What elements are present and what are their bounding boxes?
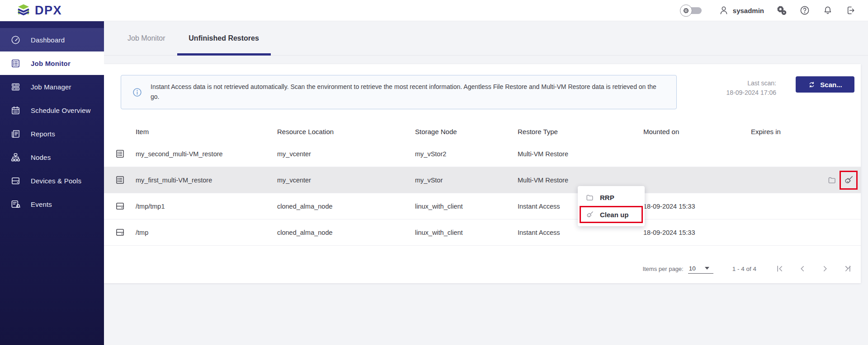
table-header: ItemResource LocationStorage NodeRestore… [104, 122, 861, 141]
sidebar: DashboardJob MonitorJob ManagerSchedule … [0, 21, 104, 345]
context-menu: RRPClean up [578, 186, 645, 226]
cell-mounted-on: 18-09-2024 15:33 [643, 229, 751, 236]
cell-resource-location: cloned_alma_node [277, 229, 415, 236]
sidebar-item-reports[interactable]: Reports [0, 122, 104, 145]
row-actions [827, 141, 861, 167]
cell-resource-location: cloned_alma_node [277, 203, 415, 210]
rrp-folder-icon[interactable] [827, 175, 836, 185]
context-menu-item-clean-up[interactable]: Clean up [580, 206, 643, 223]
topbar-actions: sysadmin [684, 5, 868, 16]
context-menu-item-rrp[interactable]: RRP [578, 189, 645, 206]
drive-icon [115, 227, 125, 238]
gauge-icon [10, 35, 21, 45]
user-menu[interactable]: sysadmin [718, 5, 764, 16]
cell-restore-type: Multi-VM Restore [518, 177, 643, 184]
scan-button-label: Scan... [820, 81, 842, 89]
scan-button[interactable]: Scan... [796, 76, 854, 93]
pager-buttons [775, 264, 852, 273]
refresh-icon [808, 81, 816, 89]
last-scan-label: Last scan: [726, 79, 776, 88]
cell-storage-node: my_vStor [415, 177, 518, 184]
context-menu-item-label: Clean up [600, 211, 628, 219]
pagination-range: 1 - 4 of 4 [732, 266, 756, 272]
job-manager-icon [10, 82, 21, 92]
annotation-box [840, 171, 858, 190]
unfinished-restores-panel: Instant Access data is not retrieved aut… [104, 64, 861, 283]
last-scan-value: 18-09-2024 17:06 [726, 88, 776, 98]
table-row[interactable]: /tmpcloned_alma_nodelinux_with_clientIns… [104, 219, 861, 246]
column-header-item: Item [136, 128, 277, 135]
drive-icon [10, 176, 21, 186]
cell-item: /tmp [136, 229, 277, 236]
next-page-button[interactable] [821, 264, 830, 273]
column-header-expires-in: Expires in [751, 128, 827, 135]
column-header-mounted-on: Mounted on [643, 128, 751, 135]
row-actions [827, 219, 861, 245]
help-icon[interactable] [799, 5, 810, 16]
items-per-page: Items per page: 10 [642, 264, 713, 274]
settings-toggle[interactable] [684, 7, 702, 14]
items-per-page-label: Items per page: [642, 266, 683, 272]
context-menu-item-label: RRP [600, 194, 614, 201]
cell-resource-location: my_vcenter [277, 177, 415, 184]
items-per-page-select[interactable]: 10 [688, 264, 713, 274]
sidebar-item-nodes[interactable]: Nodes [0, 145, 104, 169]
column-header-resource-location: Resource Location [277, 128, 415, 135]
last-page-button[interactable] [843, 264, 852, 273]
tab-job-monitor[interactable]: Job Monitor [127, 21, 166, 55]
admin-gears-icon[interactable] [776, 5, 787, 16]
sidebar-item-dashboard[interactable]: Dashboard [0, 28, 104, 51]
multi-vm-icon [115, 149, 125, 159]
sidebar-item-job-manager[interactable]: Job Manager [0, 75, 104, 98]
brand-name: DPX [35, 4, 62, 18]
tab-strip: Job MonitorUnfinished Restores [104, 21, 868, 56]
sidebar-item-devices-pools[interactable]: Devices & Pools [0, 169, 104, 192]
info-banner: Instant Access data is not retrieved aut… [121, 75, 677, 109]
last-scan: Last scan: 18-09-2024 17:06 [726, 79, 776, 98]
tab-unfinished-restores[interactable]: Unfinished Restores [177, 21, 271, 55]
cell-storage-node: linux_with_client [415, 203, 518, 210]
items-per-page-value: 10 [689, 265, 696, 272]
cell-item: my_second_multi-VM_restore [136, 150, 277, 158]
username: sysadmin [733, 7, 764, 14]
cell-restore-type: Instant Access [518, 229, 643, 236]
broom-icon[interactable] [843, 175, 854, 186]
cell-item: my_first_multi-VM_restore [136, 177, 277, 184]
dpx-logo: DPX [0, 3, 62, 18]
sidebar-item-events[interactable]: Events [0, 192, 104, 216]
gear-icon [680, 5, 692, 17]
user-icon [718, 5, 729, 16]
sidebar-item-job-monitor[interactable]: Job Monitor [0, 51, 104, 75]
pagination: Items per page: 10 1 - 4 of 4 [642, 257, 852, 280]
prev-page-button[interactable] [798, 264, 807, 273]
events-icon [10, 199, 21, 210]
reports-icon [10, 129, 21, 139]
notifications-bell-icon[interactable] [822, 5, 833, 16]
dpx-layers-icon [16, 3, 31, 18]
cell-resource-location: my_vcenter [277, 150, 415, 158]
table-row[interactable]: my_second_multi-VM_restoremy_vcentermy_v… [104, 141, 861, 167]
first-page-button[interactable] [775, 264, 784, 273]
cell-storage-node: my_vStor2 [415, 150, 518, 158]
caret-down-icon [705, 267, 709, 270]
cell-restore-type: Multi-VM Restore [518, 150, 643, 158]
sidebar-item-label: Job Monitor [31, 60, 71, 67]
multi-vm-icon [115, 175, 125, 185]
row-actions [827, 167, 861, 193]
table-body: my_second_multi-VM_restoremy_vcentermy_v… [104, 141, 861, 246]
table-row[interactable]: my_first_multi-VM_restoremy_vcentermy_vS… [104, 167, 861, 193]
top-bar: DPX sysadmin [0, 0, 868, 21]
sidebar-item-label: Schedule Overview [31, 107, 91, 114]
sidebar-item-label: Devices & Pools [31, 177, 81, 185]
rrp-folder-icon [585, 193, 594, 202]
nodes-icon [10, 152, 21, 163]
column-header-storage-node: Storage Node [415, 128, 518, 135]
sidebar-item-label: Reports [31, 130, 55, 138]
logout-icon[interactable] [845, 5, 856, 16]
row-actions [827, 193, 861, 219]
sidebar-item-label: Events [31, 200, 52, 208]
info-banner-text: Instant Access data is not retrieved aut… [151, 82, 664, 102]
table-row[interactable]: /tmp/tmp1cloned_alma_nodelinux_with_clie… [104, 193, 861, 219]
sidebar-item-schedule-overview[interactable]: Schedule Overview [0, 98, 104, 122]
column-header-restore-type: Restore Type [518, 128, 643, 135]
